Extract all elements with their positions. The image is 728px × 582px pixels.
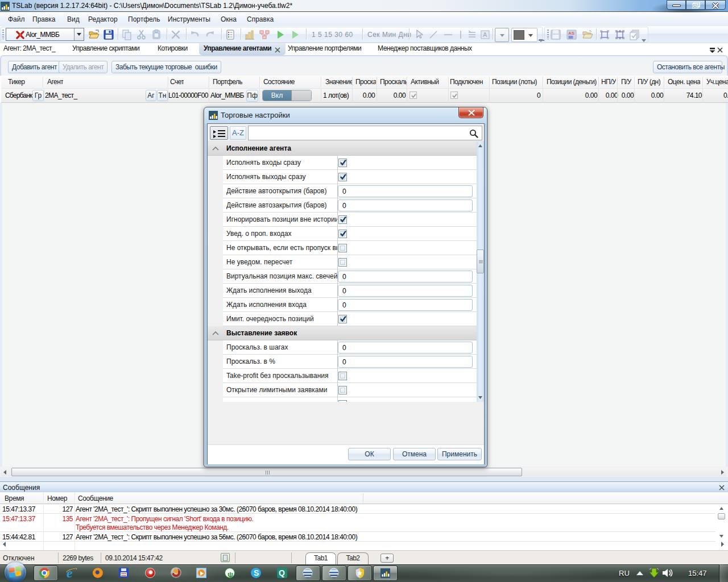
svg-text:A: A — [483, 31, 487, 38]
svg-text:AS: AS — [568, 31, 575, 36]
